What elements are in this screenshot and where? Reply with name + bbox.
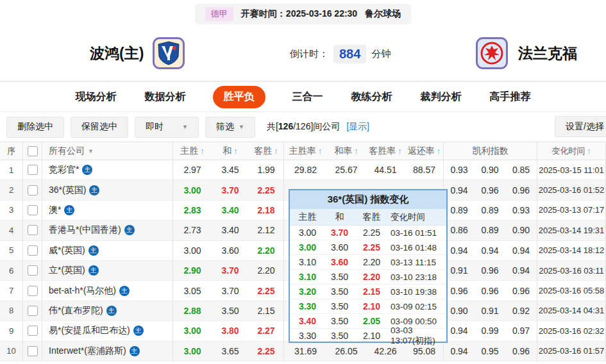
kelly-cell: 0.96 [475,281,505,300]
match-info: 德甲 开赛时间：2025-03-16 22:30 鲁尔球场 [195,4,411,24]
header-away-odds[interactable]: 客胜↑ [249,142,284,160]
company-cell[interactable]: 伟*(直布罗陀)主 [42,301,173,320]
row-checkbox[interactable] [28,225,38,235]
settings-select-button[interactable]: 设置/选择 [555,116,606,137]
header-change-time[interactable]: 变化时间↑ [537,142,606,160]
popup-row: 3.003.602.2503-16 01:48 [290,240,446,255]
company-cell[interactable]: 竞彩官*主 [42,160,173,179]
company-cell[interactable]: 易*(安提瓜和巴布达)主 [42,321,173,340]
keep-selected-button[interactable]: 保留选中 [71,117,128,138]
tab-教练分析[interactable]: 教练分析 [350,86,394,108]
row-checkbox[interactable] [28,286,38,296]
company-cell[interactable]: 香港马*(中国香港)主 [42,220,173,240]
row-checkbox[interactable] [28,185,38,195]
header-home-rate[interactable]: 主胜率↑ [284,142,327,160]
company-count-suffix: /126]间公司 [293,121,340,131]
popup-away-odds: 2.20 [354,257,389,267]
tab-三合一[interactable]: 三合一 [291,86,324,108]
instant-dropdown[interactable]: 即时 ▼ [135,117,199,138]
kelly-cell: 0.89 [475,201,505,220]
row-checkbox[interactable] [28,306,38,316]
select-all-cell [23,142,42,160]
tab-裁判分析[interactable]: 裁判分析 [419,86,463,108]
tab-胜平负[interactable]: 胜平负 [213,86,265,108]
kelly-cell: 0.96 [475,180,505,199]
company-cell[interactable]: 威*(英国)主 [42,241,173,260]
draw-odds-cell: 3.70 [212,180,249,199]
draw-odds-cell: 3.40 [212,201,249,220]
header-draw-rate[interactable]: 和率↑ [327,142,366,160]
checkbox-cell [23,201,42,220]
row-checkbox[interactable] [28,245,38,256]
popup-home-odds: 3.40 [290,316,325,326]
kelly-cell: 0.94 [505,241,537,260]
sort-up-icon: ↑ [200,146,205,156]
header-away-rate[interactable]: 客胜率↑ [366,142,405,160]
row-checkbox[interactable] [28,326,38,336]
kelly-cell: 0.96 [505,342,537,361]
company-cell[interactable]: 立*(英国)主 [42,261,173,280]
delete-selected-button[interactable]: 删除选中 [6,117,64,138]
header-draw-odds[interactable]: 和↑ [212,142,249,160]
kelly-cell: 0.90 [444,301,475,320]
row-checkbox[interactable] [28,165,38,175]
change-time-cell: 2025-03-16 02:32 [537,321,606,340]
select-all-checkbox[interactable] [28,146,38,156]
row-checkbox[interactable] [28,205,38,215]
popup-away-odds: 2.25 [354,242,389,252]
away-odds-cell: 2.25 [249,180,284,199]
company-name: bet-at-h*(马尔他) [49,285,116,297]
away-odds-cell: 2.15 [249,301,284,320]
away-team-logo [476,37,508,69]
home-marker-icon: 主 [106,306,117,316]
kelly-cell: 0.94 [444,342,475,361]
change-time-cell: 2025-03-14 18:12 [537,241,606,260]
header-draw-rate-label: 和率 [334,145,352,157]
row-checkbox[interactable] [28,265,38,276]
chevron-down-icon: ▼ [88,148,94,154]
company-name: Interwet*(塞浦路斯) [49,345,126,357]
payout-cell: 88.57 [405,160,444,179]
popup-draw-odds: 3.60 [325,242,354,252]
company-cell[interactable]: Interwet*(塞浦路斯)主 [42,342,173,361]
company-name: 立*(英国) [49,265,85,276]
home-odds-cell: 2.73 [173,220,212,240]
company-cell[interactable]: 36*(英国)主 [42,180,173,199]
company-name: 威*(英国) [49,245,85,256]
popup-home-odds: 3.30 [290,301,325,311]
header-company[interactable]: 所有公司 ▼ [42,142,173,160]
away-odds-cell: 2.20 [249,261,284,280]
header-payout-rate[interactable]: 返还率↑ [405,142,444,160]
draw-odds-cell: 3.40 [212,220,249,240]
kelly-cell: 0.95 [475,342,505,361]
countdown: 倒计时： 884 分钟 [290,45,391,63]
tab-现场分析[interactable]: 现场分析 [74,86,118,108]
kelly-cell: 0.94 [444,180,475,199]
show-link[interactable]: [显示] [346,121,369,131]
sort-up-icon: ↑ [398,146,402,156]
row-checkbox[interactable] [28,346,38,356]
popup-draw-odds: 3.60 [325,257,354,267]
kelly-cell: 0.93 [444,160,475,179]
company-cell[interactable]: bet-at-h*(马尔他)主 [42,281,173,300]
home-marker-icon: 主 [124,225,135,235]
header-home-odds[interactable]: 主胜↑ [173,142,212,160]
tab-数据分析[interactable]: 数据分析 [144,86,187,108]
tab-高手推荐[interactable]: 高手推荐 [489,86,532,108]
draw-odds-cell: 3.60 [212,241,249,260]
sort-up-icon: ↑ [354,146,358,156]
filter-dropdown[interactable]: 筛选 ▼ [205,117,255,138]
company-count-number: 126 [278,121,293,131]
header-time-label: 变化时间 [551,145,585,157]
kickoff-time: 开赛时间：2025-03-16 22:30 [241,8,357,20]
sort-up-icon: ↑ [318,146,323,156]
kelly-cell: 0.85 [505,160,537,179]
company-cell[interactable]: 澳*主 [42,201,173,220]
filter-dropdown-label: 筛选 [216,121,234,133]
popup-change-time: 03-10 19:38 [389,287,446,297]
home-odds-cell: 3.00 [173,180,212,199]
popup-change-time: 03-09 00:50 [389,317,446,326]
table-row: 10Interwet*(塞浦路斯)主3.003.652.2531.6926.05… [0,342,606,361]
company-count-prefix: 共[ [267,121,278,131]
kelly-cell: 0.89 [444,201,475,220]
